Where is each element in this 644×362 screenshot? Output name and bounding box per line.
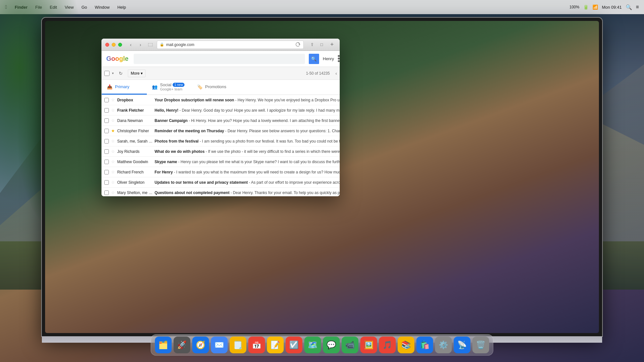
email-subject: Questions about not completed payment - … bbox=[155, 190, 340, 195]
forward-button[interactable]: › bbox=[137, 41, 144, 48]
battery-percent: 100% bbox=[570, 5, 580, 9]
itunes-icon[interactable]: 🎵 bbox=[379, 337, 396, 353]
email-checkbox[interactable] bbox=[104, 180, 109, 185]
tab-primary[interactable]: 📥 Primary bbox=[102, 80, 147, 95]
email-subject: Banner Campaign - Hi Henry. How are you?… bbox=[155, 118, 340, 123]
more-button[interactable]: More ▾ bbox=[128, 70, 146, 77]
calendar-icon[interactable]: 📅 bbox=[248, 337, 265, 353]
email-subject: For Henry - I wanted to ask you what is … bbox=[155, 170, 340, 174]
email-row[interactable]: ★ Christopher Fisher Reminder of the mee… bbox=[102, 126, 340, 136]
gmail-search-input[interactable] bbox=[134, 54, 305, 64]
promotions-tab-icon: 🏷️ bbox=[197, 84, 203, 89]
battery-icon: 🔋 bbox=[583, 5, 589, 10]
sender-name: Dana Newman bbox=[117, 118, 153, 123]
appstore-icon[interactable]: 🛍️ bbox=[416, 337, 433, 353]
apps-grid-button[interactable] bbox=[338, 55, 340, 63]
email-tabs: 📥 Primary 👥 Social 1 new bbox=[102, 80, 340, 95]
list-icon[interactable]: ≡ bbox=[636, 4, 639, 10]
url-text: mail.google.com bbox=[166, 42, 194, 47]
star-icon[interactable]: ☆ bbox=[111, 170, 115, 174]
email-checkbox[interactable] bbox=[104, 149, 109, 154]
star-icon[interactable]: ☆ bbox=[111, 108, 115, 113]
email-checkbox[interactable] bbox=[104, 129, 109, 133]
email-row[interactable]: ☆ Dropbox Your Dropbox subscription will… bbox=[102, 95, 340, 105]
promotions-tab-label: Promotions bbox=[205, 84, 226, 89]
star-icon[interactable]: ☆ bbox=[111, 160, 115, 164]
social-tab-label: Social bbox=[160, 82, 171, 87]
svg-rect-7 bbox=[148, 43, 153, 46]
share-button[interactable]: ⇧ bbox=[308, 41, 316, 49]
user-name: Henry bbox=[323, 56, 334, 61]
primary-tab-label: Primary bbox=[115, 84, 129, 89]
reminders-icon[interactable]: ☑️ bbox=[286, 337, 302, 353]
trash-icon[interactable]: 🗑️ bbox=[472, 337, 489, 353]
star-icon[interactable]: ☆ bbox=[111, 149, 115, 154]
photos-icon[interactable]: 🖼️ bbox=[360, 337, 377, 353]
notes-icon[interactable]: 📝 bbox=[267, 337, 284, 353]
minimize-button[interactable] bbox=[112, 43, 116, 47]
sender-name: Matthew Goodwin bbox=[117, 160, 153, 164]
email-row[interactable]: ☆ Frank Fletcher Hello, Henry! - Dear He… bbox=[102, 105, 340, 116]
social-tab-badge: 1 new bbox=[173, 83, 185, 87]
email-checkbox[interactable] bbox=[104, 190, 109, 195]
clock: Mon 09:41 bbox=[602, 5, 621, 10]
email-checkbox[interactable] bbox=[104, 170, 109, 174]
email-subject: What do we do with photos - If we use th… bbox=[155, 149, 340, 154]
new-tab-button[interactable]: + bbox=[328, 41, 336, 49]
email-checkbox[interactable] bbox=[104, 98, 109, 102]
safari-icon[interactable]: 🧭 bbox=[192, 337, 209, 353]
stickies-icon[interactable]: 🗒️ bbox=[230, 337, 246, 353]
email-row[interactable]: ☆ Sarah, me, Sarah (3) Photos from the f… bbox=[102, 136, 340, 146]
star-icon[interactable]: ☆ bbox=[111, 139, 115, 144]
grid-dot bbox=[338, 55, 340, 57]
facetime-icon[interactable]: 📹 bbox=[342, 337, 358, 353]
bookmark-button[interactable]: □ bbox=[318, 41, 326, 49]
launchpad-icon[interactable]: 🚀 bbox=[174, 337, 190, 353]
sender-name: Richard French bbox=[117, 170, 153, 174]
star-icon[interactable]: ☆ bbox=[111, 180, 115, 185]
prev-page-button[interactable]: ‹ bbox=[332, 70, 340, 77]
email-row[interactable]: ☆ Joy Richards What do we do with photos… bbox=[102, 146, 340, 157]
email-row[interactable]: ☆ Matthew Goodwin Skype name - Henry can… bbox=[102, 157, 340, 167]
email-checkbox[interactable] bbox=[104, 118, 109, 123]
syspreferences-icon[interactable]: ⚙️ bbox=[435, 337, 452, 353]
ibooks-icon[interactable]: 📚 bbox=[398, 337, 414, 353]
email-row[interactable]: ☆ Dana Newman Banner Campaign - Hi Henry… bbox=[102, 116, 340, 126]
header-right: Henry bbox=[323, 54, 340, 64]
gmail-toolbar: ▾ ↻ More ▾ 1-50 of 14235 ‹ › ⊞ ▾ bbox=[102, 67, 340, 80]
email-checkbox[interactable] bbox=[104, 139, 109, 144]
select-all-checkbox[interactable] bbox=[104, 71, 109, 76]
email-row[interactable]: ☆ Mary Shelton, me (3) Questions about n… bbox=[102, 188, 340, 196]
star-icon[interactable]: ★ bbox=[111, 129, 115, 133]
star-icon[interactable]: ☆ bbox=[111, 190, 115, 195]
mail-icon[interactable]: ✉️ bbox=[211, 337, 228, 353]
airdrop-icon[interactable]: 📡 bbox=[454, 337, 470, 353]
select-dropdown-icon[interactable]: ▾ bbox=[112, 71, 114, 75]
email-subject: Updates to our terms of use and privacy … bbox=[155, 180, 340, 185]
back-button[interactable]: ‹ bbox=[127, 41, 134, 48]
star-icon[interactable]: ☆ bbox=[111, 118, 115, 123]
maps-icon[interactable]: 🗺️ bbox=[304, 337, 321, 353]
refresh-button[interactable]: ↻ bbox=[116, 69, 125, 78]
help-menu[interactable]: Help bbox=[116, 4, 127, 10]
tab-promotions[interactable]: 🏷️ Promotions bbox=[192, 80, 237, 95]
email-checkbox[interactable] bbox=[104, 160, 109, 164]
fullscreen-button[interactable] bbox=[147, 41, 154, 49]
primary-tab-icon: 📥 bbox=[107, 84, 112, 89]
search-icon[interactable]: 🔍 bbox=[626, 4, 632, 10]
sender-name: Frank Fletcher bbox=[117, 108, 153, 113]
email-row[interactable]: ☆ Richard French For Henry - I wanted to… bbox=[102, 167, 340, 177]
messages-icon[interactable]: 💬 bbox=[323, 337, 340, 353]
wifi-icon: 📶 bbox=[592, 5, 598, 10]
gmail-search-button[interactable]: 🔍 bbox=[309, 54, 319, 64]
refresh-icon[interactable] bbox=[296, 42, 301, 47]
finder-icon[interactable]: 🗂️ bbox=[155, 337, 172, 353]
star-icon[interactable]: ☆ bbox=[111, 98, 115, 102]
close-button[interactable] bbox=[105, 43, 109, 47]
email-row[interactable]: ☆ Oliver Singleton Updates to our terms … bbox=[102, 177, 340, 188]
email-checkbox[interactable] bbox=[104, 108, 109, 113]
tab-social[interactable]: 👥 Social 1 new Google+ team bbox=[147, 80, 192, 95]
browser-window: ‹ › 🔒 mail.google.com bbox=[101, 39, 340, 196]
maximize-button[interactable] bbox=[118, 43, 122, 47]
url-bar[interactable]: 🔒 mail.google.com bbox=[157, 41, 304, 49]
